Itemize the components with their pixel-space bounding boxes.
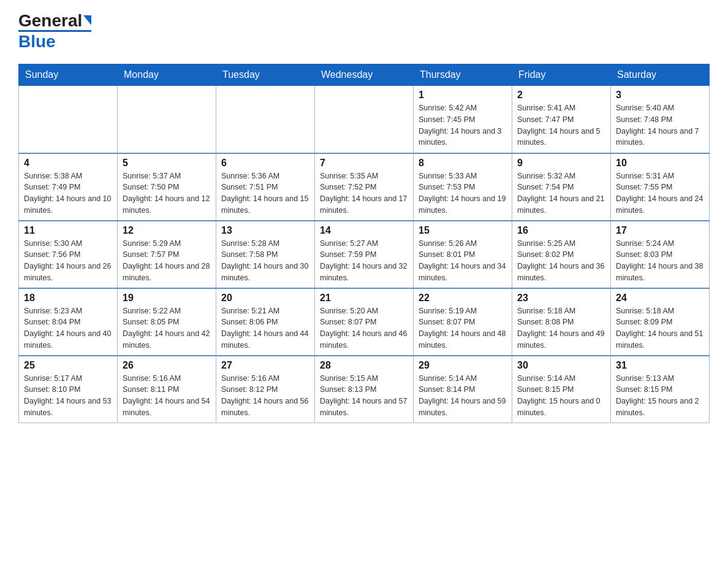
calendar-cell: 5Sunrise: 5:37 AMSunset: 7:50 PMDaylight…: [118, 153, 216, 221]
day-number: 17: [616, 225, 704, 236]
day-info: Sunrise: 5:24 AMSunset: 8:03 PMDaylight:…: [616, 238, 704, 284]
calendar-cell: 12Sunrise: 5:29 AMSunset: 7:57 PMDayligh…: [118, 221, 216, 288]
day-number: 30: [517, 360, 605, 371]
day-number: 13: [221, 225, 309, 236]
day-info: Sunrise: 5:16 AMSunset: 8:11 PMDaylight:…: [123, 373, 211, 419]
calendar-cell: 1Sunrise: 5:42 AMSunset: 7:45 PMDaylight…: [414, 86, 512, 153]
day-number: 11: [24, 225, 112, 236]
calendar-cell: 25Sunrise: 5:17 AMSunset: 8:10 PMDayligh…: [19, 356, 118, 423]
day-header-wednesday: Wednesday: [315, 64, 414, 86]
calendar-cell: 22Sunrise: 5:19 AMSunset: 8:07 PMDayligh…: [414, 288, 512, 356]
calendar-cell: [118, 86, 216, 153]
calendar-cell: 3Sunrise: 5:40 AMSunset: 7:48 PMDaylight…: [611, 86, 710, 153]
day-number: 16: [517, 225, 605, 236]
day-info: Sunrise: 5:26 AMSunset: 8:01 PMDaylight:…: [419, 238, 507, 284]
week-row-3: 11Sunrise: 5:30 AMSunset: 7:56 PMDayligh…: [19, 221, 710, 288]
calendar-cell: [315, 86, 414, 153]
day-info: Sunrise: 5:19 AMSunset: 8:07 PMDaylight:…: [419, 305, 507, 351]
day-info: Sunrise: 5:17 AMSunset: 8:10 PMDaylight:…: [24, 373, 112, 419]
calendar-cell: 26Sunrise: 5:16 AMSunset: 8:11 PMDayligh…: [118, 356, 216, 423]
calendar-cell: 18Sunrise: 5:23 AMSunset: 8:04 PMDayligh…: [19, 288, 118, 356]
calendar-cell: 15Sunrise: 5:26 AMSunset: 8:01 PMDayligh…: [414, 221, 512, 288]
day-info: Sunrise: 5:15 AMSunset: 8:13 PMDaylight:…: [320, 373, 408, 419]
calendar-cell: 8Sunrise: 5:33 AMSunset: 7:53 PMDaylight…: [414, 153, 512, 221]
calendar-cell: 21Sunrise: 5:20 AMSunset: 8:07 PMDayligh…: [315, 288, 414, 356]
calendar-cell: 13Sunrise: 5:28 AMSunset: 7:58 PMDayligh…: [216, 221, 315, 288]
day-info: Sunrise: 5:18 AMSunset: 8:09 PMDaylight:…: [616, 305, 704, 351]
day-number: 18: [24, 293, 112, 304]
day-info: Sunrise: 5:16 AMSunset: 8:12 PMDaylight:…: [221, 373, 309, 419]
week-row-2: 4Sunrise: 5:38 AMSunset: 7:49 PMDaylight…: [19, 153, 710, 221]
calendar-cell: 10Sunrise: 5:31 AMSunset: 7:55 PMDayligh…: [611, 153, 710, 221]
day-info: Sunrise: 5:23 AMSunset: 8:04 PMDaylight:…: [24, 305, 112, 351]
day-number: 29: [419, 360, 507, 371]
day-number: 5: [123, 158, 211, 169]
calendar-cell: 11Sunrise: 5:30 AMSunset: 7:56 PMDayligh…: [19, 221, 118, 288]
calendar-cell: [19, 86, 118, 153]
day-info: Sunrise: 5:35 AMSunset: 7:52 PMDaylight:…: [320, 170, 408, 216]
calendar-cell: 6Sunrise: 5:36 AMSunset: 7:51 PMDaylight…: [216, 153, 315, 221]
calendar-cell: 29Sunrise: 5:14 AMSunset: 8:14 PMDayligh…: [414, 356, 512, 423]
day-header-row: SundayMondayTuesdayWednesdayThursdayFrid…: [19, 64, 710, 86]
calendar-cell: 28Sunrise: 5:15 AMSunset: 8:13 PMDayligh…: [315, 356, 414, 423]
day-info: Sunrise: 5:37 AMSunset: 7:50 PMDaylight:…: [123, 170, 211, 216]
calendar-cell: 17Sunrise: 5:24 AMSunset: 8:03 PMDayligh…: [611, 221, 710, 288]
calendar-cell: 14Sunrise: 5:27 AMSunset: 7:59 PMDayligh…: [315, 221, 414, 288]
day-info: Sunrise: 5:14 AMSunset: 8:15 PMDaylight:…: [517, 373, 605, 419]
calendar-cell: 30Sunrise: 5:14 AMSunset: 8:15 PMDayligh…: [512, 356, 611, 423]
day-number: 15: [419, 225, 507, 236]
day-number: 8: [419, 158, 507, 169]
calendar-cell: 19Sunrise: 5:22 AMSunset: 8:05 PMDayligh…: [118, 288, 216, 356]
calendar-cell: 31Sunrise: 5:13 AMSunset: 8:15 PMDayligh…: [611, 356, 710, 423]
calendar-cell: 20Sunrise: 5:21 AMSunset: 8:06 PMDayligh…: [216, 288, 315, 356]
day-number: 28: [320, 360, 408, 371]
logo-blue-text: Blue: [18, 32, 56, 52]
day-info: Sunrise: 5:20 AMSunset: 8:07 PMDaylight:…: [320, 305, 408, 351]
day-number: 9: [517, 158, 605, 169]
calendar-cell: 9Sunrise: 5:32 AMSunset: 7:54 PMDaylight…: [512, 153, 611, 221]
calendar-cell: [216, 86, 315, 153]
day-info: Sunrise: 5:42 AMSunset: 7:45 PMDaylight:…: [419, 102, 507, 148]
calendar-cell: 16Sunrise: 5:25 AMSunset: 8:02 PMDayligh…: [512, 221, 611, 288]
day-info: Sunrise: 5:18 AMSunset: 8:08 PMDaylight:…: [517, 305, 605, 351]
day-number: 22: [419, 293, 507, 304]
day-info: Sunrise: 5:30 AMSunset: 7:56 PMDaylight:…: [24, 238, 112, 284]
day-info: Sunrise: 5:32 AMSunset: 7:54 PMDaylight:…: [517, 170, 605, 216]
logo: General Blue: [18, 12, 91, 52]
day-number: 23: [517, 293, 605, 304]
day-info: Sunrise: 5:31 AMSunset: 7:55 PMDaylight:…: [616, 170, 704, 216]
day-info: Sunrise: 5:13 AMSunset: 8:15 PMDaylight:…: [616, 373, 704, 419]
day-header-friday: Friday: [512, 64, 611, 86]
page-header: General Blue: [18, 12, 710, 52]
calendar-cell: 23Sunrise: 5:18 AMSunset: 8:08 PMDayligh…: [512, 288, 611, 356]
day-number: 3: [616, 90, 704, 101]
day-info: Sunrise: 5:27 AMSunset: 7:59 PMDaylight:…: [320, 238, 408, 284]
calendar-cell: 27Sunrise: 5:16 AMSunset: 8:12 PMDayligh…: [216, 356, 315, 423]
day-number: 14: [320, 225, 408, 236]
calendar-cell: 2Sunrise: 5:41 AMSunset: 7:47 PMDaylight…: [512, 86, 611, 153]
day-info: Sunrise: 5:41 AMSunset: 7:47 PMDaylight:…: [517, 102, 605, 148]
day-number: 7: [320, 158, 408, 169]
day-number: 21: [320, 293, 408, 304]
day-number: 20: [221, 293, 309, 304]
day-number: 27: [221, 360, 309, 371]
day-number: 26: [123, 360, 211, 371]
day-number: 24: [616, 293, 704, 304]
calendar-cell: 4Sunrise: 5:38 AMSunset: 7:49 PMDaylight…: [19, 153, 118, 221]
day-info: Sunrise: 5:21 AMSunset: 8:06 PMDaylight:…: [221, 305, 309, 351]
calendar-cell: 7Sunrise: 5:35 AMSunset: 7:52 PMDaylight…: [315, 153, 414, 221]
day-number: 10: [616, 158, 704, 169]
week-row-4: 18Sunrise: 5:23 AMSunset: 8:04 PMDayligh…: [19, 288, 710, 356]
day-header-saturday: Saturday: [611, 64, 710, 86]
week-row-5: 25Sunrise: 5:17 AMSunset: 8:10 PMDayligh…: [19, 356, 710, 423]
day-info: Sunrise: 5:40 AMSunset: 7:48 PMDaylight:…: [616, 102, 704, 148]
day-header-monday: Monday: [118, 64, 216, 86]
calendar-cell: 24Sunrise: 5:18 AMSunset: 8:09 PMDayligh…: [611, 288, 710, 356]
day-number: 25: [24, 360, 112, 371]
day-info: Sunrise: 5:28 AMSunset: 7:58 PMDaylight:…: [221, 238, 309, 284]
logo-general-text: General: [18, 12, 82, 29]
day-info: Sunrise: 5:29 AMSunset: 7:57 PMDaylight:…: [123, 238, 211, 284]
day-number: 6: [221, 158, 309, 169]
day-info: Sunrise: 5:14 AMSunset: 8:14 PMDaylight:…: [419, 373, 507, 419]
day-number: 12: [123, 225, 211, 236]
